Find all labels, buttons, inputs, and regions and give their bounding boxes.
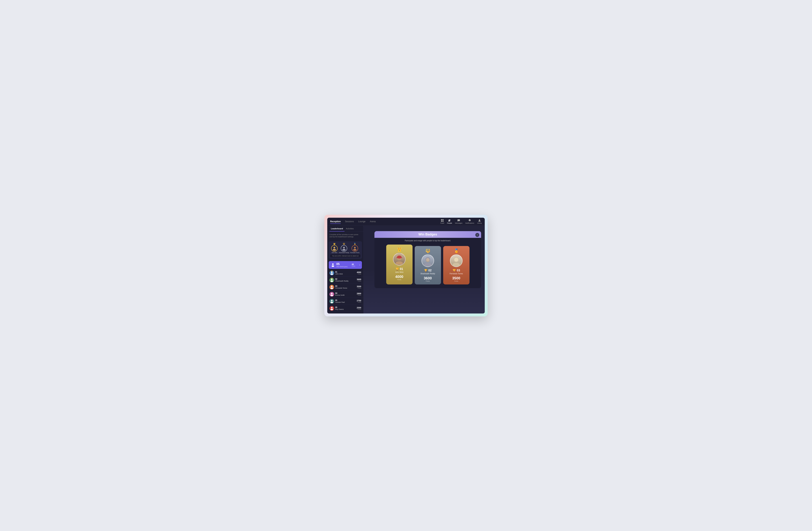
sidebar-description: Complete all the activities to earn poin… [327, 232, 363, 240]
svg-point-14 [332, 266, 334, 267]
lb-left-3: 🏅 03 Fernando Torres [330, 285, 347, 289]
svg-point-18 [331, 281, 333, 282]
sidebar-tab-leaderboard[interactable]: Leaderboard [330, 226, 345, 231]
lb-points-1: 4000 [357, 271, 361, 273]
lb-info-1: 01 John Wick [335, 271, 343, 275]
table-row: 👑 01 John Wick 4000 Points [327, 270, 363, 277]
lb-right-5: 2750 Points [357, 300, 361, 303]
svg-point-8 [333, 249, 336, 251]
lb-right-2: 3600 Points [357, 278, 361, 282]
card-points-label-2: Points [426, 280, 430, 282]
lb-avatar-2: 🔱 [330, 278, 334, 283]
feed-button[interactable]: Feed [440, 219, 444, 224]
svg-point-23 [331, 300, 333, 301]
leaderboard-list: 👑 01 John Wick 4000 Points [327, 270, 363, 314]
lb-pts-label-3: Points [357, 288, 361, 289]
card-avatar-3 [450, 254, 463, 267]
lb-name-3: Fernando Torres [335, 287, 347, 289]
current-user-row[interactable]: 05 Jhon Derrik (you) 40 Points › [329, 261, 362, 269]
lb-right-3: 3500 Points [357, 285, 361, 289]
lb-name-6: Roy Owens [335, 308, 344, 310]
podium-cards: 👑 🏆 [378, 245, 477, 285]
lb-avatar-4 [330, 292, 334, 297]
svg-point-19 [331, 286, 333, 287]
top3-container: 👑 John Wick 🔱 Shashwath Reddy [329, 241, 362, 259]
svg-point-25 [331, 307, 333, 308]
notifications-label: Notifications [465, 222, 474, 224]
card-rank-num-3: 03 [457, 269, 460, 272]
crown-2-icon: 🔱 [343, 243, 345, 245]
svg-point-5 [450, 219, 450, 220]
notifications-button[interactable]: Notifications [465, 219, 474, 224]
top3-name-1: John Wick [331, 252, 337, 253]
svg-point-21 [331, 293, 333, 294]
card-rank-3: 🏆 03 [452, 269, 460, 272]
card-points-label-3: Points [454, 280, 458, 282]
card-crown-2-icon: 🔱 [425, 248, 430, 253]
svg-rect-30 [396, 257, 402, 258]
svg-rect-1 [443, 219, 444, 220]
crown-1-icon: 👑 [333, 243, 335, 245]
feed-label: Feed [440, 222, 444, 224]
top3-item-3: 🏅 Fernando Torres [350, 243, 359, 253]
svg-rect-0 [441, 219, 442, 220]
lb-info-6: 05 Roy Owens [335, 306, 344, 310]
svg-point-9 [343, 247, 345, 248]
svg-point-12 [353, 249, 357, 251]
jimmy-button[interactable]: Jimmy [477, 219, 482, 224]
modal-subtitle: Participate and enage with people to top… [378, 240, 477, 242]
card-avatar-2 [421, 254, 434, 267]
svg-point-16 [331, 273, 333, 275]
top3-item-2: 🔱 Shashwath Reddy [339, 243, 349, 253]
lb-pts-label-2: Points [357, 281, 361, 282]
svg-rect-2 [441, 220, 442, 222]
top3-avatar-2 [341, 245, 347, 252]
card-rank-1: 🏆 01 [395, 268, 403, 271]
lb-left-5: 05 Sameer Paul [330, 299, 345, 304]
svg-point-11 [354, 247, 356, 248]
lb-rank-3: 03 [335, 285, 347, 287]
lb-points-5: 2750 [357, 300, 361, 302]
modal-close-button[interactable]: × [475, 233, 479, 237]
table-row: 04 Emma Smith 2800 Points [327, 291, 363, 298]
lb-rank-2: 02 [335, 278, 348, 280]
main-content: Leaderboard Activities Complete all the … [327, 226, 485, 314]
lb-info-2: 02 Shashwath Reddy [335, 278, 348, 282]
lb-name-4: Emma Smith [335, 294, 345, 296]
table-row: 🔱 02 Shashwath Reddy 3600 Points [327, 277, 363, 284]
card-name-1: John Wick [395, 271, 404, 273]
right-panel: × Win Badges Participate and enage with … [364, 226, 485, 314]
lb-pts-label-5: Points [357, 302, 361, 303]
card-name-2: Shashwath Reddy [420, 273, 435, 275]
lb-pts-label-4: Points [357, 295, 361, 296]
people-button[interactable]: People [447, 219, 452, 224]
svg-point-22 [331, 295, 333, 296]
current-user-points-area: 40 Points [351, 263, 355, 267]
messages-button[interactable]: Messages [455, 219, 462, 224]
lb-points-2: 3600 [357, 278, 361, 281]
top3-name-3: Fernando Torres [350, 252, 359, 253]
tab-sessions[interactable]: Sessions [345, 219, 354, 224]
card-rank-2: 🏆 02 [424, 269, 432, 272]
nav-right: Feed People Messages Notifications Jimmy [440, 219, 482, 224]
messages-label: Messages [455, 222, 462, 224]
card-crown-3-icon: 🏅 [454, 248, 459, 253]
tab-reception[interactable]: Reception [330, 219, 341, 224]
lb-rank-1: 01 [335, 271, 343, 273]
tab-lounge[interactable]: Lounge [358, 219, 365, 224]
svg-point-17 [331, 279, 333, 280]
svg-point-36 [453, 263, 460, 266]
tab-arena[interactable]: Arena [370, 219, 376, 224]
people-label: People [447, 222, 452, 224]
lb-avatar-5 [330, 299, 334, 304]
sidebar: Leaderboard Activities Complete all the … [327, 226, 364, 314]
current-user-left: 05 Jhon Derrik (you) [331, 262, 347, 268]
lb-left-2: 🔱 02 Shashwath Reddy [330, 278, 348, 283]
lb-left-1: 👑 01 John Wick [330, 271, 343, 275]
sidebar-tab-activities[interactable]: Activities [345, 226, 355, 231]
trophy-3-icon: 🏆 [452, 269, 456, 272]
card-points-2: 3600 [424, 276, 432, 280]
svg-point-20 [331, 288, 333, 289]
top3-progress: You are at 56 • Interact more to stand o… [330, 254, 361, 257]
current-user-name: Jhon Derrik (you) [336, 266, 347, 268]
